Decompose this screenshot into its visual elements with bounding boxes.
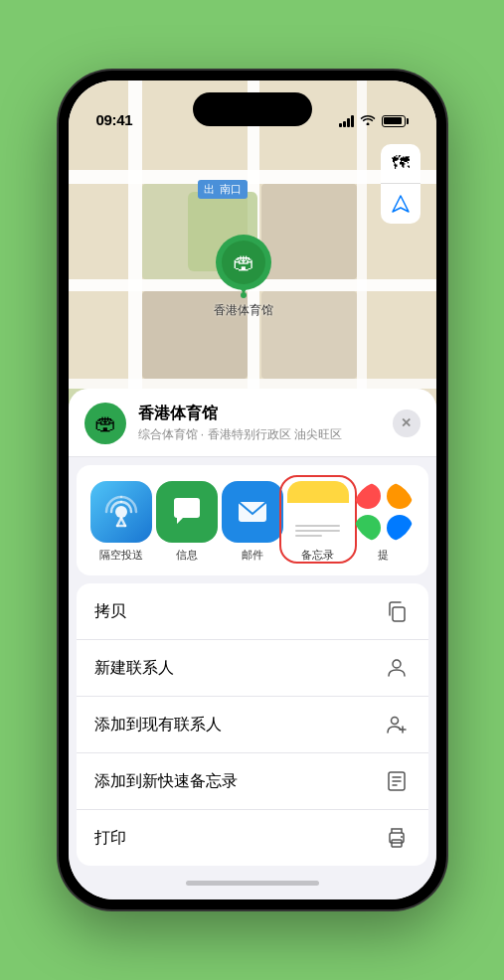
battery-fill: [384, 117, 402, 124]
more-circle-blue: [387, 515, 413, 541]
action-copy[interactable]: 拷贝: [77, 583, 428, 639]
close-button[interactable]: ✕: [393, 409, 420, 437]
more-icon-inner: [353, 481, 415, 543]
new-contact-icon: [383, 654, 411, 682]
mail-icon: [222, 481, 283, 543]
battery-tip: [407, 118, 409, 124]
more-circle-orange: [387, 483, 413, 509]
notes-icon-inner: [287, 481, 349, 543]
copy-svg: [385, 599, 409, 623]
new-contact-label: 新建联系人: [94, 658, 174, 679]
notes-action-svg: [385, 769, 409, 793]
location-icon-emoji: 🏟: [94, 410, 116, 436]
person-add-svg: [385, 713, 409, 736]
mail-svg: [235, 494, 270, 530]
share-row: 隔空投送 信息: [77, 465, 428, 575]
map-type-button[interactable]: 🗺: [381, 144, 420, 184]
stadium-pin: 🏟 香港体育馆: [213, 235, 274, 319]
location-arrow-icon: [391, 194, 411, 214]
message-icon: [156, 481, 218, 543]
status-time: 09:41: [96, 111, 133, 128]
add-existing-icon: [383, 711, 411, 738]
location-desc: 综合体育馆 · 香港特别行政区 油尖旺区: [138, 426, 381, 443]
add-notes-icon: [383, 767, 411, 795]
more-circle-red: [355, 483, 381, 509]
action-list: 拷贝 新建联系人: [77, 583, 428, 866]
dynamic-island: [193, 92, 312, 126]
copy-label: 拷贝: [94, 601, 126, 622]
status-icons: [339, 113, 409, 128]
map-type-icon: 🗺: [392, 153, 410, 174]
home-bar: [186, 881, 319, 886]
bottom-sheet: 🏟 香港体育馆 综合体育馆 · 香港特别行政区 油尖旺区 ✕: [69, 389, 436, 899]
action-print[interactable]: 打印: [77, 809, 428, 866]
svg-point-34: [401, 836, 403, 838]
phone-frame: 09:41: [59, 71, 446, 909]
svg-text:🏟: 🏟: [233, 249, 254, 274]
copy-icon: [383, 597, 411, 625]
notes-icon: [287, 481, 349, 543]
map-south-entrance: 南口: [198, 180, 248, 199]
notes-line-1: [295, 525, 340, 527]
share-airdrop[interactable]: 隔空投送: [88, 481, 154, 562]
location-button[interactable]: [381, 184, 420, 224]
pin-shape: 🏟: [213, 235, 274, 296]
svg-rect-8: [261, 184, 357, 279]
message-label: 信息: [176, 549, 198, 562]
share-notes[interactable]: 备忘录: [281, 477, 355, 562]
signal-bar-2: [343, 121, 346, 127]
print-icon: [383, 824, 411, 852]
location-card: 🏟 香港体育馆 综合体育馆 · 香港特别行政区 油尖旺区 ✕: [69, 389, 436, 457]
map-controls: 🗺: [381, 144, 420, 224]
action-new-contact[interactable]: 新建联系人: [77, 639, 428, 696]
svg-rect-10: [261, 291, 357, 379]
message-svg: [168, 493, 206, 531]
add-existing-label: 添加到现有联系人: [94, 715, 222, 735]
svg-rect-23: [393, 607, 405, 621]
airdrop-label: 隔空投送: [99, 549, 143, 562]
mail-label: 邮件: [242, 549, 263, 562]
person-svg: [385, 656, 409, 680]
share-mail[interactable]: 邮件: [220, 481, 285, 562]
add-notes-label: 添加到新快速备忘录: [94, 771, 238, 792]
pin-svg: 🏟: [213, 235, 274, 306]
print-label: 打印: [94, 828, 126, 849]
more-icon: [353, 481, 415, 543]
action-add-existing[interactable]: 添加到现有联系人: [77, 696, 428, 752]
action-add-notes[interactable]: 添加到新快速备忘录: [77, 752, 428, 809]
notes-line-2: [295, 530, 340, 532]
print-svg: [385, 826, 409, 850]
notes-line-3: [295, 535, 322, 537]
airdrop-icon: [90, 481, 152, 543]
wifi-icon: [360, 113, 376, 128]
more-circle-green: [355, 515, 381, 541]
signal-bar-3: [347, 118, 350, 127]
phone-screen: 09:41: [69, 81, 436, 899]
more-label: 提: [378, 549, 389, 562]
location-name: 香港体育馆: [138, 404, 381, 424]
location-info: 香港体育馆 综合体育馆 · 香港特别行政区 油尖旺区: [138, 404, 381, 443]
svg-point-25: [391, 718, 398, 725]
signal-bar-1: [339, 123, 342, 127]
signal-icon: [339, 115, 354, 127]
location-icon: 🏟: [84, 403, 126, 444]
notes-lines: [295, 525, 340, 537]
battery-icon: [382, 115, 409, 127]
share-message[interactable]: 信息: [154, 481, 220, 562]
battery-body: [382, 115, 406, 127]
home-indicator: [69, 866, 436, 899]
svg-point-18: [115, 506, 127, 518]
svg-point-24: [393, 660, 401, 668]
notes-label: 备忘录: [301, 549, 334, 562]
share-more[interactable]: 提: [351, 481, 417, 562]
signal-bar-4: [351, 115, 354, 127]
airdrop-svg: [103, 494, 139, 530]
